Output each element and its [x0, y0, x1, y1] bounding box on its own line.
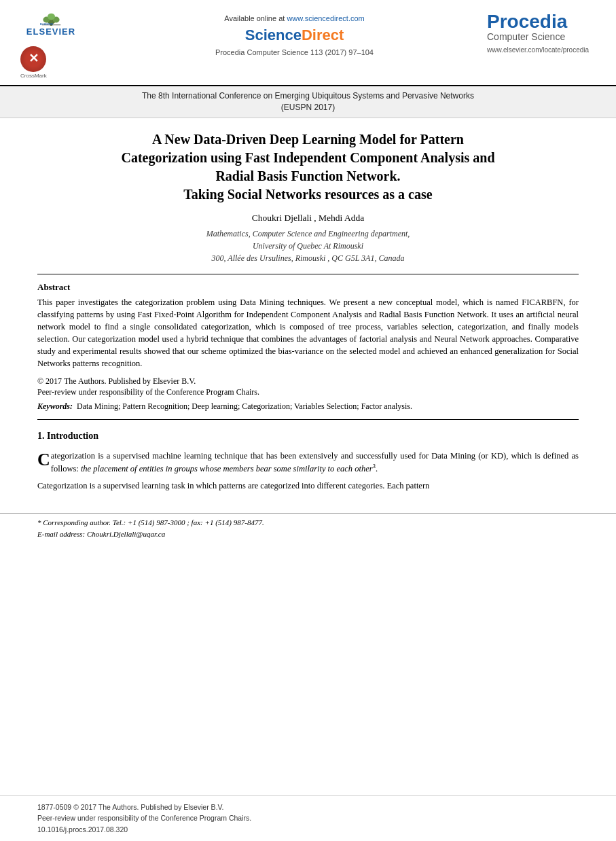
conference-line2: (EUSPN 2017)	[20, 102, 596, 113]
sciencedirect-title: ScienceDirect	[245, 25, 344, 46]
paper-title: A New Data-Driven Deep Learning Model fo…	[37, 130, 579, 204]
intro-period: .	[376, 465, 378, 474]
authors: Choukri Djellali , Mehdi Adda	[37, 212, 579, 225]
header: ELSEVIER ELSEVIER ✕ CrossMark Available …	[0, 0, 616, 86]
science-text: Science	[245, 26, 302, 43]
main-content: A New Data-Driven Deep Learning Model fo…	[0, 118, 616, 493]
keywords-text: Data Mining; Pattern Recognition; Deep l…	[77, 401, 412, 411]
intro-heading: 1. Introduction	[37, 429, 579, 443]
bottom-line2: Peer-review under responsibility of the …	[37, 812, 579, 824]
bottom-bar: 1877-0509 © 2017 The Authors. Published …	[0, 795, 616, 841]
journal-info: Procedia Computer Science 113 (2017) 97–…	[215, 48, 374, 58]
affiliation-line2: University of Quebec At Rimouski	[253, 241, 363, 251]
elsevier-tree-icon: ELSEVIER	[33, 12, 70, 26]
elsevier-url: www.elsevier.com/locate/procedia	[487, 46, 589, 55]
header-center: Available online at www.sciencedirect.co…	[109, 12, 480, 58]
keywords-line: Keywords: Data Mining; Pattern Recogniti…	[37, 401, 579, 412]
abstract-heading: Abstract	[37, 281, 579, 293]
affiliation: Mathematics, Computer Science and Engine…	[37, 228, 579, 264]
divider-2	[37, 419, 579, 420]
copyright-text: © 2017 The Authors. Published by Elsevie…	[37, 376, 579, 399]
keywords-label: Keywords:	[37, 401, 73, 411]
elsevier-label: ELSEVIER	[26, 26, 75, 38]
divider-1	[37, 274, 579, 274]
footnote-email-label: E-mail address:	[37, 530, 85, 538]
crossmark-logo-group: ✕ CrossMark	[20, 43, 47, 79]
available-online-text: Available online at www.sciencedirect.co…	[224, 14, 364, 24]
crossmark-label: CrossMark	[20, 72, 47, 79]
svg-point-4	[47, 14, 54, 20]
intro-paragraph-2: Categorization is a supervised learning …	[37, 480, 579, 493]
introduction-section: 1. Introduction Categorization is a supe…	[37, 429, 579, 493]
footnote-star: * Corresponding author. Tel.: +1 (514) 9…	[37, 517, 579, 529]
page: ELSEVIER ELSEVIER ✕ CrossMark Available …	[0, 0, 616, 841]
procedia-subtitle: Computer Science	[487, 31, 565, 43]
intro-paragraph-1: Categorization is a supervised machine l…	[37, 450, 579, 476]
footnote-email: E-mail address: Choukri.Djellali@uqar.ca	[37, 529, 579, 540]
elsevier-logo: ELSEVIER ELSEVIER	[20, 12, 81, 38]
footnote-email-address: Choukri.Djellali@uqar.ca	[87, 530, 165, 538]
header-left: ELSEVIER ELSEVIER ✕ CrossMark	[20, 12, 102, 79]
crossmark-icon: ✕	[20, 46, 46, 72]
affiliation-line1: Mathematics, Computer Science and Engine…	[206, 229, 410, 238]
intro-italic: the placement of entities in groups whos…	[81, 465, 373, 474]
conference-bar: The 8th International Conference on Emer…	[0, 86, 616, 118]
footnote-section: * Corresponding author. Tel.: +1 (514) 9…	[0, 513, 616, 539]
bottom-bar-text: 1877-0509 © 2017 The Authors. Published …	[37, 802, 579, 836]
conference-line1: The 8th International Conference on Emer…	[20, 90, 596, 102]
bottom-line1: 1877-0509 © 2017 The Authors. Published …	[37, 802, 579, 813]
procedia-title: Procedia	[487, 12, 567, 31]
abstract-text: This paper investigates the categorizati…	[37, 296, 579, 370]
sciencedirect-url[interactable]: www.sciencedirect.com	[287, 14, 364, 22]
affiliation-line3: 300, Allée des Ursulines, Rimouski , QC …	[212, 253, 405, 263]
direct-text: Direct	[302, 26, 344, 43]
first-char: C	[37, 451, 50, 469]
bottom-line3: 10.1016/j.procs.2017.08.320	[37, 824, 579, 836]
header-right: Procedia Computer Science www.elsevier.c…	[487, 12, 596, 55]
